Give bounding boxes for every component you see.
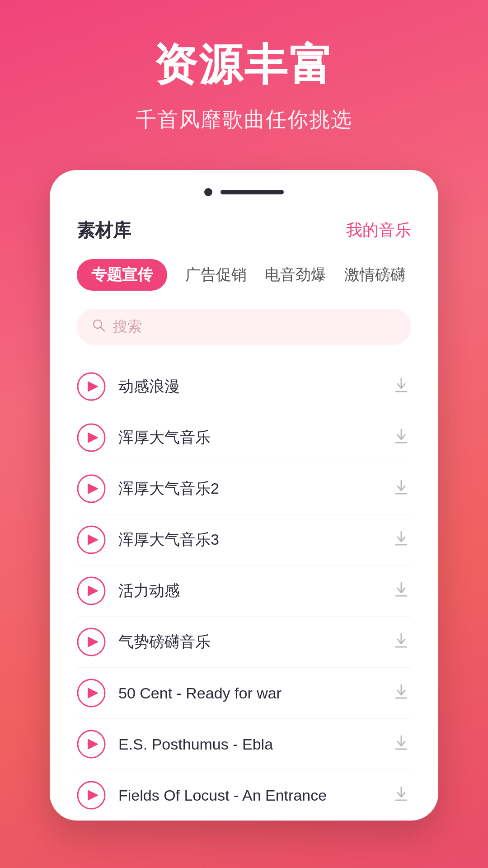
play-button-6[interactable] (77, 627, 106, 656)
hero-subtitle: 千首风靡歌曲任你挑选 (136, 106, 352, 134)
svg-line-1 (101, 327, 104, 331)
song-title-6: 气势磅礴音乐 (118, 632, 379, 652)
download-button-3[interactable] (391, 477, 411, 500)
phone-frame: 素材库 我的音乐 专题宣传 广告促销 电音劲爆 激情磅礴 搜索 (50, 170, 438, 821)
app-content: 素材库 我的音乐 专题宣传 广告促销 电音劲爆 激情磅礴 搜索 (50, 209, 438, 821)
play-button-7[interactable] (77, 679, 106, 708)
tab-featured[interactable]: 专题宣传 (77, 259, 167, 291)
song-item-1: 动感浪漫 (77, 361, 411, 412)
song-title-8: E.S. Posthumus - Ebla (118, 736, 379, 753)
song-list: 动感浪漫 浑厚大气音乐 (77, 361, 411, 821)
svg-marker-3 (88, 381, 99, 392)
song-title-2: 浑厚大气音乐 (118, 427, 379, 448)
hero-title: 资源丰富 (154, 36, 334, 95)
play-button-1[interactable] (77, 372, 106, 401)
svg-marker-6 (88, 432, 99, 443)
tab-electronic[interactable]: 电音劲爆 (265, 259, 326, 291)
download-button-9[interactable] (391, 783, 411, 807)
song-title-5: 活力动感 (118, 580, 379, 601)
song-item-5: 活力动感 (77, 566, 411, 617)
download-button-5[interactable] (391, 579, 411, 603)
my-music-link[interactable]: 我的音乐 (346, 219, 411, 241)
song-title-3: 浑厚大气音乐2 (118, 478, 379, 499)
song-title-4: 浑厚大气音乐3 (118, 529, 379, 550)
download-button-1[interactable] (391, 375, 411, 398)
song-item-8: E.S. Posthumus - Ebla (77, 719, 411, 770)
song-title-9: Fields Of Locust - An Entrance (118, 787, 379, 804)
download-button-8[interactable] (391, 732, 411, 756)
tab-ad[interactable]: 广告促销 (185, 259, 247, 291)
phone-top-bar (50, 184, 438, 209)
download-button-2[interactable] (391, 426, 411, 449)
svg-marker-27 (88, 790, 99, 801)
play-button-3[interactable] (77, 474, 106, 503)
svg-marker-18 (88, 637, 99, 647)
download-button-6[interactable] (391, 630, 411, 654)
search-icon (91, 318, 106, 336)
phone-camera (204, 188, 212, 196)
song-item-2: 浑厚大气音乐 (77, 412, 411, 463)
tabs-row: 专题宣传 广告促销 电音劲爆 激情磅礴 (77, 259, 411, 291)
song-item-9: Fields Of Locust - An Entrance (77, 770, 411, 821)
section-title: 素材库 (77, 218, 131, 243)
search-bar[interactable]: 搜索 (77, 309, 411, 345)
svg-marker-9 (88, 483, 99, 494)
section-header: 素材库 我的音乐 (77, 218, 411, 243)
play-button-5[interactable] (77, 576, 106, 605)
tab-epic[interactable]: 激情磅礴 (344, 259, 406, 291)
svg-marker-12 (88, 534, 99, 545)
song-item-4: 浑厚大气音乐3 (77, 514, 411, 566)
song-item-7: 50 Cent - Ready for war (77, 668, 411, 719)
search-placeholder-text: 搜索 (113, 317, 142, 337)
play-button-4[interactable] (77, 525, 106, 554)
song-item-6: 气势磅礴音乐 (77, 617, 411, 668)
phone-notch-bar (221, 190, 284, 194)
svg-marker-15 (88, 585, 99, 596)
song-item-3: 浑厚大气音乐2 (77, 463, 411, 514)
song-title-1: 动感浪漫 (118, 376, 379, 397)
song-title-7: 50 Cent - Ready for war (118, 684, 379, 702)
play-button-8[interactable] (77, 730, 106, 759)
svg-marker-21 (88, 688, 99, 698)
svg-marker-24 (88, 739, 99, 750)
play-button-9[interactable] (77, 781, 106, 810)
play-button-2[interactable] (77, 423, 106, 452)
download-button-7[interactable] (391, 681, 411, 705)
download-button-4[interactable] (391, 528, 411, 552)
